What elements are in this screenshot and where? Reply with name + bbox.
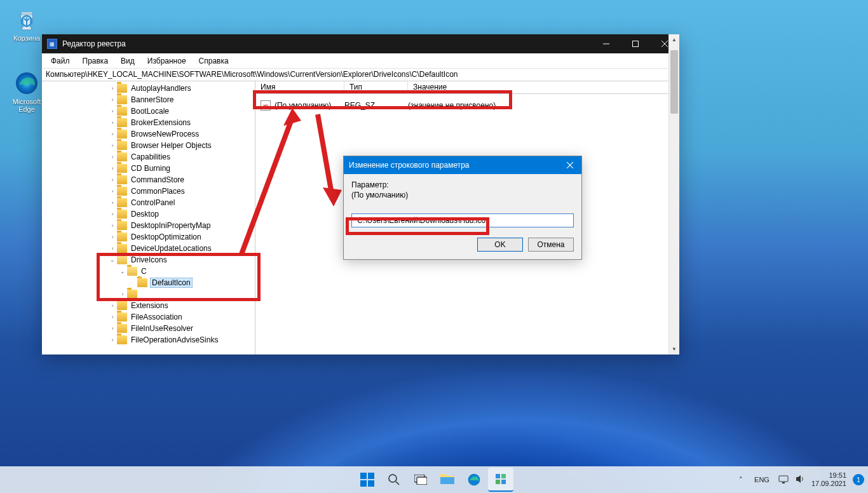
chevron-icon[interactable]: › <box>108 107 117 116</box>
chevron-icon[interactable]: ⌄ <box>108 255 117 264</box>
tree-item[interactable]: ›FileInUseResolver <box>44 323 244 334</box>
tree-item[interactable]: ›Desktop <box>44 208 244 220</box>
chevron-icon[interactable]: › <box>108 187 117 196</box>
chevron-icon[interactable]: › <box>108 221 117 230</box>
chevron-icon[interactable]: › <box>108 335 117 344</box>
tree-item[interactable]: ›BannerStore <box>44 94 244 105</box>
chevron-icon[interactable]: › <box>108 210 117 219</box>
start-button[interactable] <box>355 468 380 492</box>
menu-favorites[interactable]: Избранное <box>141 55 193 67</box>
chevron-icon[interactable]: › <box>108 152 117 161</box>
tree-label: BootLocale <box>130 107 170 116</box>
svg-rect-11 <box>368 473 374 479</box>
titlebar[interactable]: ▦ Редактор реестра <box>42 34 679 53</box>
tree-item[interactable]: DefaultIcon <box>44 277 244 288</box>
value-name: (По умолчанию) <box>275 101 344 110</box>
tree-item[interactable]: ›CommandStore <box>44 174 244 186</box>
chevron-icon[interactable]: › <box>108 244 117 253</box>
clock[interactable]: 19:51 17.09.2021 <box>811 471 846 488</box>
ok-button[interactable]: OK <box>477 238 523 252</box>
dialog-title: Изменение строкового параметра <box>349 161 559 170</box>
folder-icon <box>117 130 127 138</box>
chevron-icon[interactable]: › <box>108 141 117 150</box>
tree-label: BannerStore <box>130 95 175 104</box>
explorer-button[interactable] <box>435 468 460 492</box>
tree-item[interactable]: ›DesktopIniPropertyMap <box>44 220 244 231</box>
value-input[interactable] <box>351 213 574 227</box>
folder-icon <box>117 233 127 241</box>
tree-label: ControlPanel <box>130 198 176 207</box>
folder-icon <box>117 95 127 104</box>
dialog-close-button[interactable] <box>559 156 581 174</box>
tree-item[interactable]: ⌄DriveIcons <box>44 254 244 266</box>
tree-item[interactable]: ›ControlPanel <box>44 197 244 208</box>
chevron-icon[interactable]: › <box>108 301 117 310</box>
network-icon[interactable] <box>778 475 789 485</box>
tree-label: DriveIcons <box>130 255 168 264</box>
chevron-icon[interactable]: › <box>108 164 117 173</box>
chevron-icon[interactable]: › <box>108 324 117 333</box>
tree-label: CommonPlaces <box>130 187 186 196</box>
tree-item[interactable]: ›AutoplayHandlers <box>44 83 244 94</box>
tree-label: CD Burning <box>130 164 172 173</box>
chevron-icon[interactable]: › <box>108 175 117 184</box>
task-view-button[interactable] <box>408 468 433 492</box>
dialog-titlebar[interactable]: Изменение строкового параметра <box>344 156 581 174</box>
tree-item[interactable]: ›Extensions <box>44 300 244 311</box>
tree-label: FileAssociation <box>130 313 184 321</box>
maximize-button[interactable] <box>621 34 650 53</box>
tree-item[interactable]: ›CommonPlaces <box>44 186 244 197</box>
chevron-icon[interactable]: › <box>108 95 117 104</box>
regedit-taskbar-button[interactable] <box>488 468 513 492</box>
tree-label: FileInUseResolver <box>130 324 194 333</box>
tree-item[interactable]: ›DesktopOptimization <box>44 231 244 243</box>
date-text: 17.09.2021 <box>811 480 846 488</box>
tree-item[interactable]: ›FileOperationAdviseSinks <box>44 334 244 346</box>
notification-badge[interactable]: 1 <box>853 474 864 485</box>
col-value[interactable]: Значение <box>408 81 679 93</box>
chevron-icon[interactable]: › <box>108 130 117 138</box>
chevron-icon[interactable]: › <box>108 84 117 93</box>
tree-item[interactable]: ›DeviceUpdateLocations <box>44 243 244 254</box>
chevron-icon[interactable]: › <box>108 118 117 127</box>
svg-rect-18 <box>440 477 454 484</box>
edge-taskbar-button[interactable] <box>461 468 487 492</box>
chevron-icon[interactable]: › <box>118 290 127 299</box>
address-bar[interactable]: Компьютер\HKEY_LOCAL_MACHINE\SOFTWARE\Mi… <box>42 69 679 81</box>
tree-panel[interactable]: ›AutoplayHandlers›BannerStore›BootLocale… <box>42 81 255 355</box>
chevron-icon[interactable]: › <box>108 198 117 207</box>
menu-file[interactable]: Файл <box>44 55 76 67</box>
tree-item[interactable]: ›BrokerExtensions <box>44 117 244 128</box>
tree-item[interactable]: ›BrowseNewProcess <box>44 128 244 140</box>
col-name[interactable]: Имя <box>255 81 344 93</box>
folder-icon <box>117 175 127 184</box>
tree-item[interactable]: ⌄C <box>44 266 244 277</box>
minimize-button[interactable] <box>592 34 621 53</box>
language-indicator[interactable]: ENG <box>752 476 772 483</box>
folder-icon <box>117 255 127 264</box>
tray-chevron-icon[interactable]: ˄ <box>736 476 745 484</box>
tree-item[interactable]: › <box>44 288 244 300</box>
cancel-button[interactable]: Отмена <box>528 238 574 252</box>
menu-edit[interactable]: Правка <box>76 55 115 67</box>
volume-icon[interactable] <box>795 475 805 485</box>
folder-icon <box>137 278 147 287</box>
tree-item[interactable]: ›CD Burning <box>44 163 244 174</box>
folder-icon <box>117 313 127 321</box>
edge-browser-icon[interactable]: Microsoft Edge <box>8 70 46 113</box>
recycle-bin-icon[interactable]: Корзина <box>8 6 46 42</box>
svg-rect-23 <box>501 480 506 484</box>
time-text: 19:51 <box>811 471 846 480</box>
tree-item[interactable]: ›FileAssociation <box>44 311 244 323</box>
chevron-icon[interactable]: › <box>108 233 117 241</box>
tree-item[interactable]: ›Browser Helper Objects <box>44 140 244 151</box>
menu-help[interactable]: Справка <box>193 55 235 67</box>
value-row-default[interactable]: ab (По умолчанию) REG_SZ (значение не пр… <box>255 99 679 112</box>
tree-item[interactable]: ›Capabilities <box>44 151 244 163</box>
col-type[interactable]: Тип <box>344 81 408 93</box>
menu-view[interactable]: Вид <box>114 55 141 67</box>
chevron-icon[interactable]: › <box>108 313 117 321</box>
search-button[interactable] <box>381 468 407 492</box>
tree-item[interactable]: ›BootLocale <box>44 105 244 117</box>
chevron-icon[interactable]: ⌄ <box>118 267 127 276</box>
